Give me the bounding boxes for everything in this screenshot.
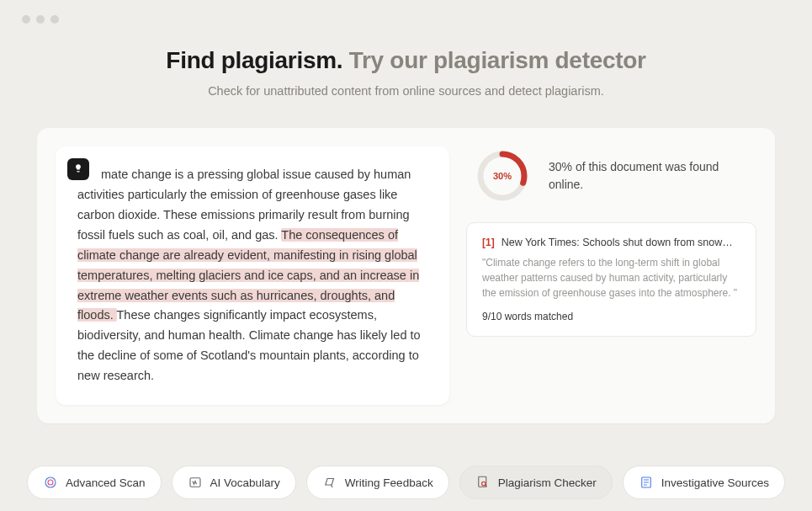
- tab-label: Plagiarism Checker: [498, 476, 597, 489]
- percent-label: 30%: [493, 171, 512, 181]
- ai-badge-icon: [67, 158, 89, 180]
- source-quote: "Climate change refers to the long-term …: [482, 255, 740, 301]
- source-match-count: 9/10 words matched: [482, 311, 740, 322]
- tab-label: Investigative Sources: [661, 476, 769, 489]
- tab-label: Advanced Scan: [66, 476, 146, 489]
- vocabulary-icon: [188, 475, 203, 490]
- window-dot: [50, 15, 59, 24]
- stats-row: 30% 30% of this document was found onlin…: [466, 150, 756, 202]
- tab-plagiarism-checker[interactable]: Plagiarism Checker: [459, 466, 613, 499]
- percent-donut: 30%: [476, 150, 528, 202]
- scan-icon: [43, 475, 58, 490]
- title-gray: Try our plagiarism detector: [349, 47, 646, 73]
- main-panel: mate change is a pressing global issue c…: [37, 128, 775, 423]
- window-controls: [0, 0, 812, 24]
- results-column: 30% 30% of this document was found onlin…: [466, 146, 756, 405]
- sources-icon: [639, 475, 654, 490]
- source-card[interactable]: [1] New York Times: Schools shut down fr…: [466, 222, 756, 337]
- svg-point-3: [48, 480, 53, 485]
- source-title: New York Times: Schools shut down from s…: [502, 237, 740, 248]
- tab-label: Writing Feedback: [345, 476, 433, 489]
- tab-advanced-scan[interactable]: Advanced Scan: [27, 466, 162, 499]
- stats-text: 30% of this document was found online.: [549, 158, 746, 194]
- tab-investigative-sources[interactable]: Investigative Sources: [623, 466, 785, 499]
- text-after: These changes significantly impact ecosy…: [77, 308, 421, 382]
- source-header: [1] New York Times: Schools shut down fr…: [482, 237, 740, 248]
- window-dot: [36, 15, 45, 24]
- source-number: [1]: [482, 237, 495, 248]
- tab-writing-feedback[interactable]: Writing Feedback: [306, 466, 449, 499]
- window-dot: [22, 15, 30, 24]
- plagiarism-icon: [475, 475, 491, 490]
- svg-point-2: [45, 477, 56, 487]
- title-bold: Find plagiarism.: [166, 47, 342, 73]
- document-panel: mate change is a pressing global issue c…: [56, 146, 449, 405]
- bottom-tabs: Advanced Scan AI Vocabulary Writing Feed…: [0, 466, 812, 499]
- document-text: mate change is a pressing global issue c…: [77, 165, 427, 386]
- tab-ai-vocabulary[interactable]: AI Vocabulary: [172, 466, 296, 499]
- page-title: Find plagiarism. Try our plagiarism dete…: [0, 47, 812, 74]
- page-header: Find plagiarism. Try our plagiarism dete…: [0, 24, 812, 98]
- page-subtitle: Check for unattributed content from onli…: [0, 84, 812, 98]
- tab-label: AI Vocabulary: [210, 476, 280, 489]
- feedback-icon: [322, 475, 337, 490]
